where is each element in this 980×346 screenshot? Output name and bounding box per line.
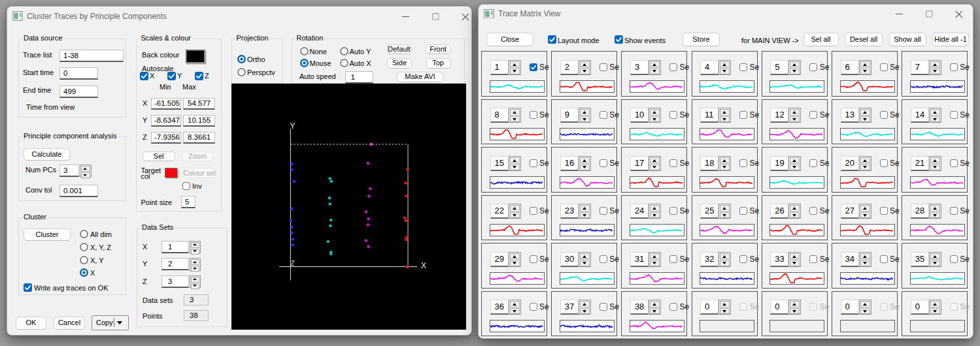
svg-text:Z: Z — [290, 259, 295, 267]
svg-text:Y: Y — [290, 121, 295, 131]
svg-text:X: X — [421, 261, 426, 270]
